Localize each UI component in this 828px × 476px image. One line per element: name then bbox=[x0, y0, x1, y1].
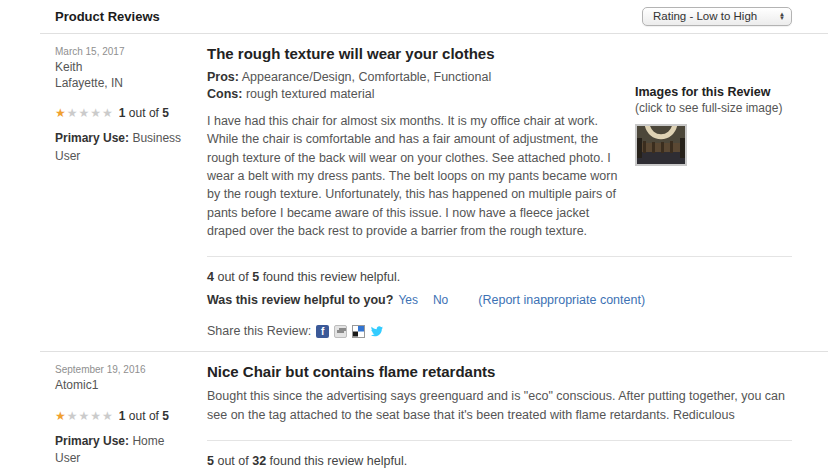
primary-use-label: Primary Use: bbox=[55, 434, 129, 448]
star-icon: ★ bbox=[67, 409, 79, 423]
pros-value: Appearance/Design, Comfortable, Function… bbox=[242, 70, 491, 84]
review-body: Bought this since the advertising says g… bbox=[207, 387, 792, 424]
review-images-block: Images for this Review (click to see ful… bbox=[635, 69, 782, 240]
star-icon: ★ bbox=[79, 106, 91, 120]
star-icon: ★ bbox=[90, 409, 102, 423]
rating-value: 1 bbox=[119, 409, 126, 423]
rating-max: 5 bbox=[162, 409, 169, 423]
review-date: September 19, 2016 bbox=[55, 364, 207, 375]
review-cons: Cons: rough textured material bbox=[207, 86, 619, 103]
star-rating: ★★★★★ bbox=[55, 409, 114, 423]
review-title: Nice Chair but contains flame retardants bbox=[207, 363, 792, 380]
review-author: Atomic1 bbox=[55, 378, 207, 394]
share-row: Share this Review: f bbox=[207, 324, 792, 338]
facebook-icon[interactable]: f bbox=[316, 325, 329, 338]
digg-icon[interactable] bbox=[334, 325, 347, 338]
star-icon: ★ bbox=[90, 106, 102, 120]
helpful-vote-row: Was this review helpful to you?YesNo(Rep… bbox=[207, 293, 792, 307]
review-rating: ★★★★★1 out of 5 bbox=[55, 106, 207, 120]
content-divider bbox=[207, 440, 792, 441]
review-item: September 19, 2016 Atomic1 ★★★★★1 out of… bbox=[0, 352, 828, 476]
review-date: March 15, 2017 bbox=[55, 46, 207, 57]
twitter-icon[interactable] bbox=[370, 325, 383, 338]
review-meta-column: March 15, 2017 Keith Lafayette, IN ★★★★★… bbox=[55, 42, 207, 351]
helpful-count: 4 out of 5 found this review helpful. bbox=[207, 270, 792, 284]
helpful-count: 5 out of 32 found this review helpful. bbox=[207, 454, 792, 468]
sort-select[interactable]: Rating - Low to High ▲▼ bbox=[642, 7, 792, 26]
review-item: March 15, 2017 Keith Lafayette, IN ★★★★★… bbox=[0, 34, 828, 351]
review-content-column: Nice Chair but contains flame retardants… bbox=[207, 360, 792, 476]
content-divider bbox=[207, 256, 792, 257]
review-author: Keith bbox=[55, 60, 207, 76]
star-icon: ★ bbox=[55, 409, 67, 423]
primary-use-label: Primary Use: bbox=[55, 131, 129, 145]
star-icon: ★ bbox=[79, 409, 91, 423]
review-text-block: Pros: Appearance/Design, Comfortable, Fu… bbox=[207, 69, 619, 240]
sort-select-value: Rating - Low to High bbox=[653, 10, 757, 22]
helpful-no-link[interactable]: No bbox=[433, 293, 448, 307]
review-meta-column: September 19, 2016 Atomic1 ★★★★★1 out of… bbox=[55, 360, 207, 476]
star-icon: ★ bbox=[55, 106, 67, 120]
star-icon: ★ bbox=[67, 106, 79, 120]
review-title: The rough texture will wear your clothes bbox=[207, 45, 792, 62]
review-content-column: The rough texture will wear your clothes… bbox=[207, 42, 792, 351]
star-rating: ★★★★★ bbox=[55, 106, 114, 120]
rating-max: 5 bbox=[162, 106, 169, 120]
chair-photo-image bbox=[637, 126, 685, 164]
rating-value: 1 bbox=[119, 106, 126, 120]
images-subtitle: (click to see full-size image) bbox=[635, 101, 782, 115]
report-link[interactable]: (Report inappropriate content) bbox=[478, 293, 645, 307]
review-rating: ★★★★★1 out of 5 bbox=[55, 409, 207, 423]
images-title: Images for this Review bbox=[635, 85, 782, 99]
review-photo-thumbnail[interactable] bbox=[635, 124, 687, 166]
page-title: Product Reviews bbox=[55, 9, 160, 24]
reviews-header: Product Reviews Rating - Low to High ▲▼ bbox=[0, 0, 828, 33]
star-icon: ★ bbox=[102, 409, 114, 423]
review-pros: Pros: Appearance/Design, Comfortable, Fu… bbox=[207, 69, 619, 86]
primary-use: Primary Use: Home User bbox=[55, 433, 185, 468]
cons-value: rough textured material bbox=[246, 87, 375, 101]
helpful-yes-link[interactable]: Yes bbox=[398, 293, 418, 307]
review-location: Lafayette, IN bbox=[55, 76, 207, 92]
delicious-icon[interactable] bbox=[352, 325, 365, 338]
review-body: I have had this chair for almost six mon… bbox=[207, 112, 619, 241]
select-arrows-icon: ▲▼ bbox=[779, 12, 785, 21]
star-icon: ★ bbox=[102, 106, 114, 120]
primary-use: Primary Use: Business User bbox=[55, 130, 185, 165]
